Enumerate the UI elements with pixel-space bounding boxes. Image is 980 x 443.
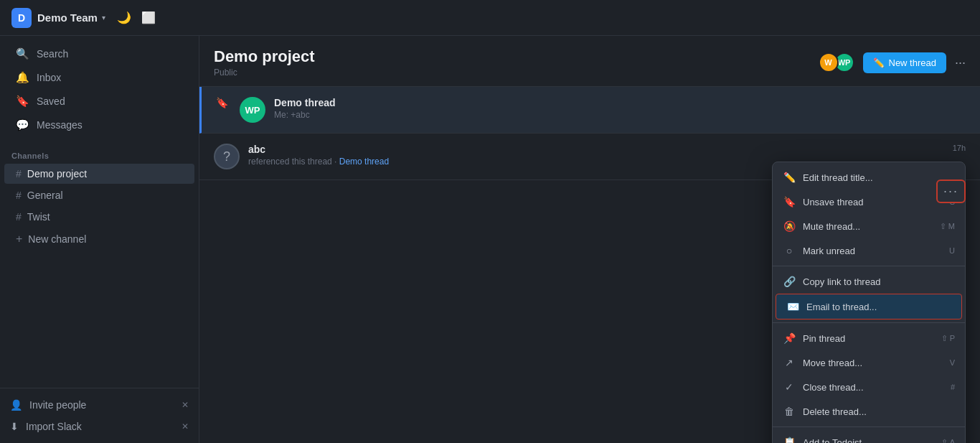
ctx-mute-thread[interactable]: 🔕 Mute thread... ⇧ M <box>773 214 965 238</box>
hash-icon: # <box>16 190 22 201</box>
thread-item-demo[interactable]: 🔖 WP Demo thread Me: +abc <box>199 87 980 134</box>
ctx-add-todoist[interactable]: 📋 Add to Todoist... ⇧ A <box>773 430 965 443</box>
thread-options-button[interactable]: ··· <box>936 179 966 203</box>
channel-demo-project-label: Demo project <box>27 168 87 179</box>
mute-icon: 🔕 <box>783 220 796 232</box>
invite-icon: 👤 <box>10 399 22 411</box>
sidebar-item-search[interactable]: 🔍 Search <box>4 42 194 65</box>
sidebar-bottom: 👤 Invite people ✕ ⬇ Import Slack ✕ <box>0 388 199 443</box>
reference-text: referenced this thread · <box>248 157 339 167</box>
hash-icon: # <box>16 168 22 179</box>
sidebar: 🔍 Search 🔔 Inbox 🔖 Saved 💬 Messages Chan… <box>0 36 199 443</box>
messages-icon: 💬 <box>16 118 29 131</box>
unsave-icon: 🔖 <box>783 196 796 207</box>
sidebar-new-channel[interactable]: + New channel <box>4 228 194 250</box>
ctx-email-to-thread[interactable]: ✉️ Email to thread... <box>776 294 962 320</box>
ctx-move-thread[interactable]: ↗ Move thread... V <box>773 350 965 375</box>
sidebar-search-label: Search <box>37 48 68 60</box>
reference-link: Demo thread <box>339 157 389 167</box>
ctx-edit-label: Edit thread title... <box>803 172 873 183</box>
sidebar-item-inbox[interactable]: 🔔 Inbox <box>4 66 194 89</box>
sidebar-channel-demo-project[interactable]: # Demo project <box>4 164 194 184</box>
new-thread-icon: ✏️ <box>873 57 885 68</box>
channel-general-label: General <box>27 190 63 201</box>
link-icon: 🔗 <box>783 276 796 287</box>
channels-section-label: Channels <box>0 143 199 163</box>
content-area: Demo project Public W WP ✏️ New thread ·… <box>199 36 980 443</box>
close-thread-icon: ✓ <box>783 381 796 393</box>
sidebar-item-saved[interactable]: 🔖 Saved <box>4 90 194 113</box>
topbar-icons: 🌙 ⬜ <box>117 11 156 24</box>
ctx-delete-label: Delete thread... <box>803 406 867 417</box>
channel-options-button[interactable]: ··· <box>955 55 966 70</box>
channel-title: Demo project <box>214 47 315 66</box>
sidebar-item-messages[interactable]: 💬 Messages <box>4 113 194 136</box>
team-name: Demo Team <box>37 11 98 24</box>
import-slack-label: Import Slack <box>26 421 82 432</box>
ctx-copy-link-label: Copy link to thread <box>803 276 880 287</box>
delete-icon: 🗑 <box>783 406 796 417</box>
topbar: D Demo Team ▾ 🌙 ⬜ <box>0 0 980 36</box>
ctx-pin-thread[interactable]: 📌 Pin thread ⇧ P <box>773 326 965 350</box>
ctx-pin-shortcut: ⇧ P <box>941 334 955 343</box>
move-icon: ↗ <box>783 357 796 368</box>
ctx-email-label: Email to thread... <box>806 302 877 312</box>
avatar-w: W <box>819 52 839 73</box>
dark-mode-icon[interactable]: 🌙 <box>117 11 131 24</box>
invite-close-icon[interactable]: ✕ <box>182 400 189 410</box>
ctx-delete-thread[interactable]: 🗑 Delete thread... <box>773 399 965 424</box>
channel-header: Demo project Public W WP ✏️ New thread ·… <box>199 36 980 87</box>
main-layout: 🔍 Search 🔔 Inbox 🔖 Saved 💬 Messages Chan… <box>0 36 980 443</box>
sidebar-import-slack[interactable]: ⬇ Import Slack ✕ <box>0 416 199 437</box>
sidebar-channel-twist[interactable]: # Twist <box>4 207 194 227</box>
ctx-unsave-label: Unsave thread <box>803 197 864 207</box>
plus-icon: + <box>16 233 22 246</box>
invite-people-label: Invite people <box>29 399 86 411</box>
avatar-group: W WP <box>819 52 854 73</box>
import-icon: ⬇ <box>10 421 19 432</box>
new-thread-button[interactable]: ✏️ New thread <box>863 52 946 73</box>
window-icon[interactable]: ⬜ <box>141 11 156 24</box>
ctx-divider-3 <box>773 426 965 427</box>
context-menu: ✏️ Edit thread title... 🔖 Unsave thread … <box>772 162 966 443</box>
ctx-mark-unread-shortcut: U <box>949 246 955 255</box>
bookmark-icon: 🔖 <box>216 97 228 108</box>
ctx-move-shortcut: V <box>950 358 955 367</box>
email-icon: ✉️ <box>786 301 799 312</box>
sidebar-inbox-label: Inbox <box>37 72 61 83</box>
ctx-close-label: Close thread... <box>803 382 864 393</box>
team-chevron-icon[interactable]: ▾ <box>102 14 105 22</box>
sidebar-messages-label: Messages <box>37 119 83 131</box>
sidebar-saved-label: Saved <box>37 95 65 107</box>
import-close-icon[interactable]: ✕ <box>182 421 189 432</box>
team-logo: D <box>11 8 32 28</box>
sidebar-nav: 🔍 Search 🔔 Inbox 🔖 Saved 💬 Messages <box>0 36 199 143</box>
pin-icon: 📌 <box>783 332 796 344</box>
sidebar-channel-general[interactable]: # General <box>4 185 194 205</box>
inbox-icon: 🔔 <box>16 71 29 84</box>
ctx-todoist-label: Add to Todoist... <box>803 437 870 444</box>
thread-title-abc: abc <box>248 144 966 155</box>
ctx-close-thread[interactable]: ✓ Close thread... # <box>773 375 965 399</box>
ctx-copy-link[interactable]: 🔗 Copy link to thread <box>773 269 965 294</box>
mark-unread-icon: ○ <box>783 245 796 256</box>
thread-time: 17h <box>953 144 966 152</box>
ctx-divider-2 <box>773 322 965 323</box>
ctx-move-label: Move thread... <box>803 358 862 368</box>
new-channel-label: New channel <box>28 233 86 245</box>
new-thread-label: New thread <box>889 57 936 68</box>
ctx-divider-1 <box>773 266 965 266</box>
sidebar-invite-people[interactable]: 👤 Invite people ✕ <box>0 394 199 416</box>
ctx-close-shortcut: # <box>951 383 955 391</box>
hash-icon: # <box>16 211 22 223</box>
ctx-mute-shortcut: ⇧ M <box>940 222 955 231</box>
ctx-mark-unread[interactable]: ○ Mark unread U <box>773 238 965 263</box>
channel-twist-label: Twist <box>27 211 50 223</box>
thread-avatar-wp: WP <box>240 97 265 123</box>
ctx-mute-label: Mute thread... <box>803 221 860 232</box>
channel-subtitle: Public <box>214 67 315 78</box>
thread-avatar-unknown: ? <box>214 144 240 169</box>
thread-title-demo: Demo thread <box>274 97 966 108</box>
ctx-pin-label: Pin thread <box>803 333 845 344</box>
edit-icon: ✏️ <box>783 172 796 183</box>
